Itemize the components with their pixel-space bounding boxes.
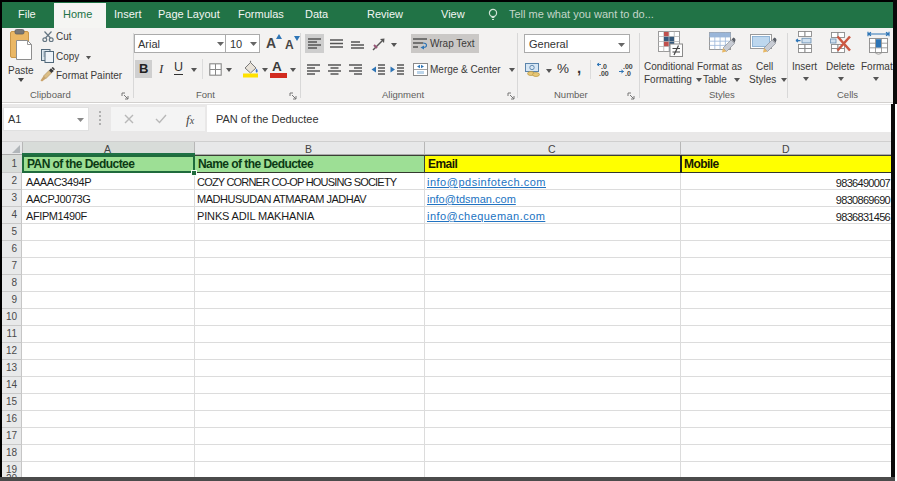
svg-text:.0: .0 [625, 70, 631, 77]
svg-text:.00: .00 [599, 70, 609, 77]
svg-text:.00: .00 [623, 63, 633, 70]
svg-text:.0: .0 [601, 63, 607, 70]
